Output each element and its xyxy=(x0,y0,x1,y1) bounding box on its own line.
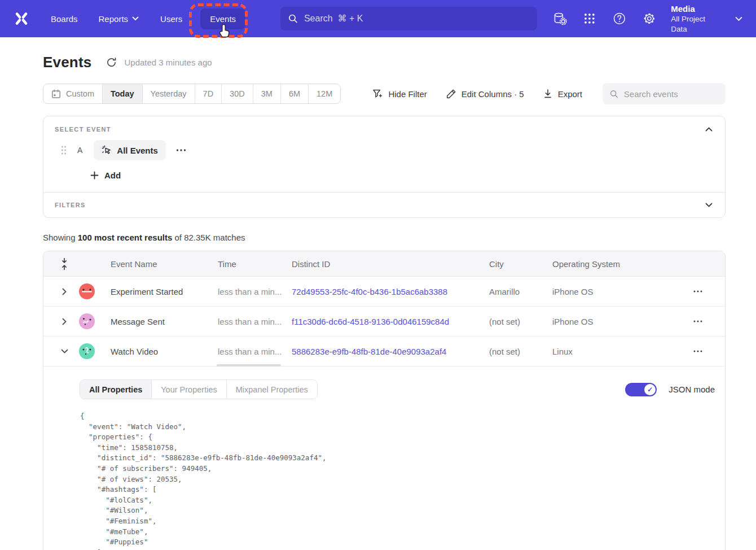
mixpanel-logo-icon[interactable] xyxy=(15,12,28,25)
date-range-3m[interactable]: 3M xyxy=(253,84,280,103)
cell-event-name: Experiment Started xyxy=(111,287,218,296)
table-header: Event Name Time Distinct ID City Operati… xyxy=(43,251,725,277)
ellipsis-icon xyxy=(693,320,702,322)
horizontal-scrollbar-thumb[interactable] xyxy=(217,364,281,366)
date-range-custom[interactable]: Custom xyxy=(43,84,102,103)
calendar-icon xyxy=(51,89,61,99)
nav-item-events[interactable]: Events xyxy=(200,8,245,29)
add-event-button[interactable]: Add xyxy=(90,171,121,180)
cell-distinct-id-link[interactable]: 72d49553-25fc-4f0c-b436-1b5ac6ab3388 xyxy=(292,287,489,296)
edit-columns-button[interactable]: Edit Columns · 5 xyxy=(446,89,524,99)
expand-row-button[interactable] xyxy=(60,316,69,328)
json-mode-toggle[interactable]: ✓ xyxy=(625,383,657,396)
ellipsis-icon xyxy=(693,350,702,352)
global-search[interactable] xyxy=(280,7,537,30)
collapse-section-button[interactable] xyxy=(704,126,714,133)
primary-nav: Boards Reports Users Events xyxy=(51,8,245,29)
nav-utilities: Media All Project Data xyxy=(537,3,742,34)
pencil-icon xyxy=(446,89,456,99)
json-mode-label: JSON mode xyxy=(669,385,715,394)
event-avatar xyxy=(79,313,95,329)
events-table: Event Name Time Distinct ID City Operati… xyxy=(43,251,726,550)
last-updated-text: Updated 3 minutes ago xyxy=(124,58,212,67)
table-row-expanded[interactable]: Watch Video less than a min... 5886283e-… xyxy=(43,337,725,366)
drag-handle-icon[interactable] xyxy=(61,146,67,155)
events-page: Events Updated 3 minutes ago Custom Toda… xyxy=(43,54,726,550)
event-select-chip[interactable]: All Events xyxy=(94,140,166,160)
cell-time: less than a min... xyxy=(218,347,292,356)
event-more-button[interactable] xyxy=(174,147,188,154)
events-search[interactable] xyxy=(603,83,726,104)
date-range-30d[interactable]: 30D xyxy=(221,84,253,103)
apps-grid-icon[interactable] xyxy=(582,11,597,26)
hide-filter-button[interactable]: Hide Filter xyxy=(372,89,427,99)
funnel-plus-icon xyxy=(372,89,383,99)
chevron-right-icon xyxy=(62,288,67,295)
chevron-down-icon xyxy=(705,203,713,207)
ellipsis-icon xyxy=(693,290,702,293)
event-avatar xyxy=(79,283,95,299)
date-range-7d[interactable]: 7D xyxy=(195,84,222,103)
table-row[interactable]: Message Sent less than a min... f11c30d6… xyxy=(43,307,725,337)
project-name: Media xyxy=(671,3,723,14)
nav-item-boards[interactable]: Boards xyxy=(51,14,78,24)
filters-label: FILTERS xyxy=(55,202,86,208)
table-row[interactable]: Experiment Started less than a min... 72… xyxy=(43,277,725,307)
date-range-12m[interactable]: 12M xyxy=(308,84,340,103)
chevron-down-icon xyxy=(735,16,742,21)
events-search-input[interactable] xyxy=(624,89,718,99)
plus-icon xyxy=(90,171,99,180)
global-search-input[interactable] xyxy=(304,14,529,24)
download-icon xyxy=(543,89,553,99)
json-mode-control: ✓ JSON mode xyxy=(625,383,715,396)
column-header-os[interactable]: Operating System xyxy=(552,259,670,269)
nav-item-reports[interactable]: Reports xyxy=(99,14,139,24)
cell-time: less than a min... xyxy=(218,317,292,326)
event-json-view: { "event": "Watch Video", "properties": … xyxy=(80,411,715,550)
sort-button[interactable] xyxy=(59,256,69,272)
tab-mixpanel-properties[interactable]: Mixpanel Properties xyxy=(226,380,317,399)
cell-event-name: Watch Video xyxy=(111,347,218,356)
tab-all-properties[interactable]: All Properties xyxy=(80,380,151,399)
date-range-6m[interactable]: 6M xyxy=(280,84,308,103)
properties-tabs: All Properties Your Properties Mixpanel … xyxy=(80,379,318,399)
row-menu-button[interactable] xyxy=(691,317,705,326)
controls-row: Custom Today Yesterday 7D 30D 3M 6M 12M … xyxy=(43,83,726,104)
chevron-down-icon xyxy=(132,16,139,21)
date-range-today[interactable]: Today xyxy=(102,84,142,103)
results-summary: Showing 100 most recent results of 82.35… xyxy=(43,233,726,242)
expand-row-button[interactable] xyxy=(60,286,69,298)
refresh-button[interactable] xyxy=(106,57,117,68)
collapse-row-button[interactable] xyxy=(59,347,71,356)
settings-gear-icon[interactable] xyxy=(642,11,657,26)
project-selector[interactable]: Media All Project Data xyxy=(671,3,742,34)
tab-your-properties[interactable]: Your Properties xyxy=(151,380,226,399)
help-icon[interactable] xyxy=(612,11,627,26)
query-builder-card: SELECT EVENT A All Events xyxy=(43,116,726,218)
event-step-letter: A xyxy=(77,146,82,155)
export-button[interactable]: Export xyxy=(543,89,582,99)
cell-city: (not set) xyxy=(489,317,552,326)
page-title: Events xyxy=(43,54,91,71)
chevron-up-icon xyxy=(705,127,713,132)
project-subtitle: All Project Data xyxy=(671,14,723,34)
nav-item-users[interactable]: Users xyxy=(160,14,182,24)
filters-section: FILTERS xyxy=(43,192,725,217)
cell-os: iPhone OS xyxy=(552,287,670,296)
date-range-yesterday[interactable]: Yesterday xyxy=(142,84,195,103)
expand-filters-button[interactable] xyxy=(704,202,714,208)
row-menu-button[interactable] xyxy=(691,347,705,356)
ellipsis-icon xyxy=(176,149,186,151)
cell-distinct-id-link[interactable]: f11c30d6-dc6d-4518-9136-0d046159c84d xyxy=(292,317,489,326)
search-icon xyxy=(288,14,298,24)
column-header-time[interactable]: Time xyxy=(218,259,292,269)
cell-distinct-id-link[interactable]: 5886283e-e9fb-48fb-81de-40e9093a2af4 xyxy=(292,347,489,356)
row-menu-button[interactable] xyxy=(691,287,705,296)
event-avatar xyxy=(79,343,95,359)
column-header-city[interactable]: City xyxy=(489,259,552,269)
column-header-distinct-id[interactable]: Distinct ID xyxy=(292,259,489,269)
event-detail-panel: All Properties Your Properties Mixpanel … xyxy=(43,366,725,550)
cell-city: Amarillo xyxy=(489,287,552,296)
column-header-event-name[interactable]: Event Name xyxy=(111,259,218,269)
data-management-icon[interactable] xyxy=(552,11,567,26)
